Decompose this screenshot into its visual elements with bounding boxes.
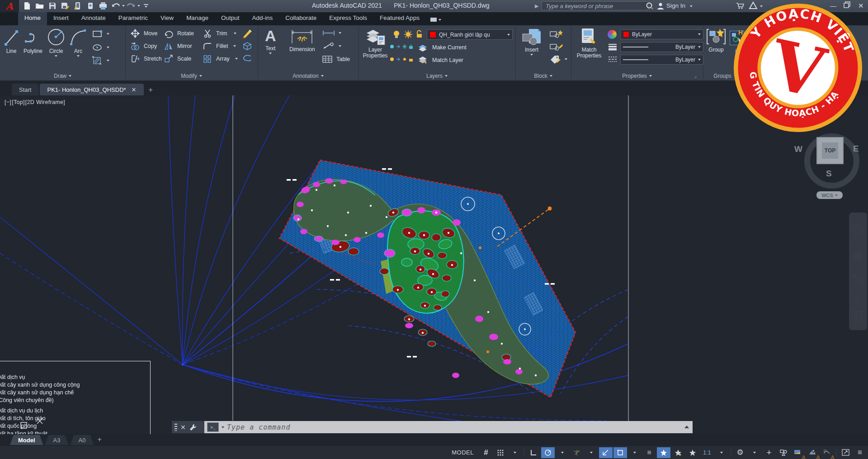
- layer-arrow2-icon[interactable]: [399, 59, 401, 62]
- viewcube-top-face[interactable]: TOP: [816, 137, 844, 164]
- command-bar-grip[interactable]: ✕: [172, 421, 204, 433]
- layer-thaw-sun-icon[interactable]: [404, 30, 413, 41]
- new-layout-plus-button[interactable]: +: [97, 435, 101, 445]
- viewcube-east[interactable]: E: [853, 144, 859, 154]
- trusted-path-status[interactable]: ⚠: [820, 447, 834, 458]
- isometric-drafting-toggle[interactable]: [570, 447, 584, 458]
- tab-model[interactable]: Model: [10, 435, 43, 445]
- annotation-monitor-plus[interactable]: +: [762, 447, 776, 458]
- polar-caret[interactable]: [556, 447, 569, 458]
- clean-screen-toggle[interactable]: [839, 447, 852, 458]
- new-drawing-plus-button[interactable]: +: [149, 86, 153, 95]
- snap-mode-caret[interactable]: [508, 447, 522, 458]
- file-tab-start[interactable]: Start: [12, 84, 38, 95]
- object-snap-caret[interactable]: [628, 447, 642, 458]
- file-tab-close-icon[interactable]: ✕: [132, 86, 137, 93]
- sign-in-button[interactable]: Sign In: [666, 2, 685, 9]
- hardware-acceleration-status[interactable]: ⚠: [791, 447, 805, 458]
- qat-customize-icon[interactable]: [144, 4, 148, 8]
- navigation-bar[interactable]: [849, 213, 867, 330]
- make-current-icon[interactable]: [418, 43, 428, 52]
- arc-button[interactable]: Arc: [69, 27, 88, 57]
- new-file-icon[interactable]: [22, 1, 33, 11]
- tab-add-ins[interactable]: Add-ins: [245, 12, 279, 25]
- hatch-tool[interactable]: [92, 56, 109, 65]
- search-input[interactable]: [542, 1, 648, 10]
- redo-dropdown-caret[interactable]: [137, 5, 140, 7]
- mirror-button[interactable]: Mirror: [164, 42, 192, 51]
- autocad-app-logo[interactable]: A: [0, 0, 19, 12]
- tab-insert[interactable]: Insert: [47, 12, 75, 25]
- annotation-scale-caret[interactable]: [715, 447, 728, 458]
- save-as-icon[interactable]: [60, 1, 71, 11]
- tab-annotate[interactable]: Annotate: [75, 12, 112, 25]
- drawing-area[interactable]: [−][Top][2D Wireframe]: [0, 95, 868, 434]
- lasso-button[interactable]: [241, 53, 253, 65]
- layer-off-icon[interactable]: [392, 46, 394, 49]
- block-panel-label[interactable]: Block: [534, 73, 552, 79]
- tab-express-tools[interactable]: Express Tools: [323, 12, 373, 25]
- tab-view[interactable]: View: [154, 12, 180, 25]
- ellipse-tool[interactable]: [92, 43, 109, 52]
- match-layer-icon[interactable]: [418, 56, 428, 64]
- plot-icon[interactable]: [98, 1, 108, 11]
- customization-menu-icon[interactable]: ≡: [853, 447, 867, 458]
- layer-unlock-icon[interactable]: [415, 30, 423, 41]
- drag-handle-icon[interactable]: [175, 424, 177, 431]
- rotate-button[interactable]: Rotate: [164, 29, 194, 38]
- modify-panel-label[interactable]: Modify: [181, 73, 202, 79]
- object-snap-tracking-toggle[interactable]: [599, 447, 613, 458]
- viewcube-west[interactable]: W: [794, 144, 802, 154]
- layer-unlock2-icon[interactable]: [411, 59, 413, 62]
- text-button[interactable]: A Text: [265, 27, 276, 54]
- search-icon[interactable]: [646, 2, 654, 12]
- block-attributes-tool[interactable]: [549, 54, 567, 64]
- ribbon-collapse-icon[interactable]: [430, 18, 441, 22]
- linetype-icon[interactable]: [608, 56, 618, 65]
- annotation-visibility-toggle[interactable]: [657, 447, 670, 458]
- polyline-button[interactable]: Polyline: [24, 28, 42, 54]
- copy-button[interactable]: Copy: [130, 42, 157, 51]
- trim-button[interactable]: Trim: [203, 29, 236, 38]
- tab-home[interactable]: Home: [18, 12, 47, 25]
- move-button[interactable]: Move: [130, 29, 158, 38]
- rectangle-tool[interactable]: [92, 30, 109, 38]
- tab-featured-apps[interactable]: Featured Apps: [373, 12, 426, 25]
- command-input-placeholder[interactable]: Type a command: [227, 423, 290, 431]
- customize-wrench-icon[interactable]: [189, 423, 197, 431]
- text-caret[interactable]: [269, 52, 272, 54]
- sign-in-caret[interactable]: [690, 5, 693, 7]
- table-button[interactable]: Table: [322, 55, 350, 63]
- isolate-objects-toggle[interactable]: [777, 447, 790, 458]
- match-layer-button[interactable]: Match Layer: [432, 57, 463, 63]
- command-input-area[interactable]: >_ Type a command: [204, 421, 693, 433]
- object-snap-toggle[interactable]: [613, 447, 627, 458]
- undo-icon[interactable]: [110, 1, 121, 11]
- dimension-button[interactable]: Dimension: [289, 28, 315, 52]
- annotation-panel-label[interactable]: Annotation: [292, 73, 323, 79]
- layer-on-bulb-icon[interactable]: [392, 30, 401, 41]
- lineweight-dropdown[interactable]: ByLayer: [620, 42, 703, 52]
- layer-lock-icon[interactable]: [411, 46, 413, 49]
- annotation-scale-icon[interactable]: [686, 447, 699, 458]
- save-to-mobile-icon[interactable]: [72, 1, 83, 11]
- circle-button[interactable]: Circle: [46, 27, 66, 57]
- linetype-dropdown[interactable]: ByLayer: [620, 55, 703, 65]
- lineweight-display-toggle[interactable]: ≡: [642, 447, 656, 458]
- layer-sun2-icon[interactable]: [405, 59, 407, 62]
- tab-output[interactable]: Output: [215, 12, 246, 25]
- layer-isolate-icon[interactable]: [399, 46, 401, 49]
- isometric-caret[interactable]: [585, 447, 598, 458]
- leader-tool[interactable]: [322, 43, 341, 50]
- linear-dimension-tool[interactable]: [322, 30, 341, 36]
- save-icon[interactable]: [47, 1, 58, 11]
- make-current-button[interactable]: Make Current: [432, 44, 467, 51]
- draw-panel-label[interactable]: Draw: [54, 73, 71, 79]
- annotation-autoscale-toggle[interactable]: [671, 447, 685, 458]
- layer-bulb2-icon[interactable]: [392, 59, 394, 62]
- insert-caret[interactable]: [530, 54, 533, 56]
- line-button[interactable]: Line: [4, 28, 19, 54]
- undo-dropdown-caret[interactable]: [122, 5, 125, 7]
- properties-panel-label[interactable]: Properties: [622, 73, 652, 79]
- stretch-button[interactable]: Stretch: [130, 54, 162, 63]
